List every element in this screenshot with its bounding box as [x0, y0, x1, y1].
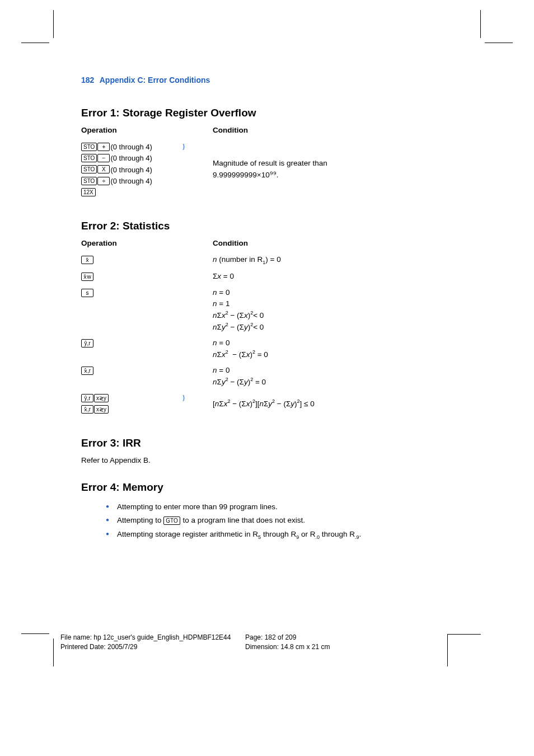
sto-key: STO	[81, 154, 97, 162]
yhatr-key: ŷ,r	[81, 339, 93, 348]
list-item: Attempting storage register arithmetic i…	[106, 528, 451, 542]
xhatr-key: x̂,r	[81, 367, 93, 375]
error2-heading: Error 2: Statistics	[81, 220, 451, 232]
crop-mark	[21, 43, 49, 43]
cond-row: Σx = 0	[213, 271, 451, 282]
sto-key: STO	[81, 177, 97, 185]
text: Attempting to	[117, 516, 163, 524]
minus-key: −	[97, 154, 110, 162]
page-number: 182	[81, 76, 94, 84]
error4-heading: Error 4: Memory	[81, 481, 451, 494]
op-xhatr: x̂,r	[81, 365, 182, 388]
error3-text: Refer to Appendix B.	[81, 456, 451, 464]
plus-key: +	[97, 143, 110, 151]
times-key: X	[97, 165, 110, 173]
sto-key: STO	[81, 165, 97, 173]
cond-header: Condition	[213, 239, 451, 254]
xbar-key: x̄	[81, 256, 93, 264]
op-combined: ŷ,rx≷y x̂,rx≷y	[81, 392, 182, 415]
op-s: s	[81, 287, 182, 333]
footer: File name: hp 12c_user's guide_English_H…	[60, 633, 330, 652]
list-item: Attempting to enter more than 99 program…	[106, 500, 451, 514]
op-xbarw: x̄w	[81, 271, 182, 282]
cond-row: n = 0 nΣy2 − (Σy)2 = 0	[213, 365, 451, 388]
brace: }	[182, 392, 213, 415]
s-key: s	[81, 289, 93, 297]
cond-row: n = 0 nΣx2 − (Σx)2 = 0	[213, 337, 451, 360]
footer-page: Page: 182 of 209	[245, 633, 296, 642]
cond-header: Condition	[213, 126, 451, 141]
appendix-title: Appendix C: Error Conditions	[100, 76, 210, 84]
op-suffix: (0 through 4)	[110, 143, 152, 151]
op-header: Operation	[81, 239, 182, 254]
12x-key: 12X	[81, 188, 96, 196]
list-item: Attempting to GTO to a program line that…	[106, 514, 451, 527]
gto-key: GTO	[163, 516, 180, 525]
page-content: 182 Appendix C: Error Conditions Error 1…	[81, 76, 451, 564]
sto-key: STO	[81, 143, 97, 151]
xswapy-key: x≷y	[94, 405, 109, 414]
crop-mark	[53, 10, 54, 38]
divide-key: ÷	[97, 177, 110, 185]
cond-row: n (number in R1) = 0	[213, 254, 451, 266]
error1-table: Operation Condition STO+(0 through 4) ST…	[81, 126, 451, 198]
crop-mark	[53, 638, 54, 666]
error3-heading: Error 3: IRR	[81, 437, 451, 449]
footer-date: Printered Date: 2005/7/29	[60, 642, 245, 652]
page-header: 182 Appendix C: Error Conditions	[81, 76, 451, 84]
crop-corner	[447, 634, 481, 666]
cond-line: 9.999999999×10⁹⁹.	[213, 171, 278, 179]
yhatr-key: ŷ,r	[81, 394, 93, 402]
op-xbar: x̄	[81, 254, 182, 266]
op-suffix: (0 through 4)	[110, 165, 152, 173]
brace: }	[182, 141, 213, 198]
xhatr-key: x̂,r	[81, 405, 93, 414]
xswapy-key: x≷y	[94, 394, 109, 402]
error1-heading: Error 1: Storage Register Overflow	[81, 107, 451, 119]
error4-list: Attempting to enter more than 99 program…	[81, 500, 451, 541]
cond-row: [nΣx2 − (Σx)2][nΣy2 − (Σy)2] ≤ 0	[213, 392, 451, 415]
cond-row: n = 0 n = 1 nΣx2 − (Σx)2< 0 nΣy2 − (Σy)2…	[213, 287, 451, 333]
cond-line: Magnitude of result is greater than	[213, 159, 327, 167]
error1-ops: STO+(0 through 4) STO−(0 through 4) STOX…	[81, 141, 182, 198]
error1-condition: Magnitude of result is greater than 9.99…	[213, 141, 451, 198]
op-yhatr: ŷ,r	[81, 337, 182, 360]
crop-mark	[21, 633, 49, 634]
footer-filename: File name: hp 12c_user's guide_English_H…	[60, 633, 245, 642]
crop-mark	[480, 10, 481, 38]
error2-table: Operation Condition x̄ n (number in R1) …	[81, 239, 451, 415]
footer-dimension: Dimension: 14.8 cm x 21 cm	[245, 642, 330, 652]
xbarw-key: x̄w	[81, 273, 93, 281]
op-suffix: (0 through 4)	[110, 154, 152, 162]
op-header: Operation	[81, 126, 182, 141]
text: to a program line that does not exist.	[181, 516, 305, 524]
crop-mark	[485, 43, 513, 43]
op-suffix: (0 through 4)	[110, 176, 152, 185]
